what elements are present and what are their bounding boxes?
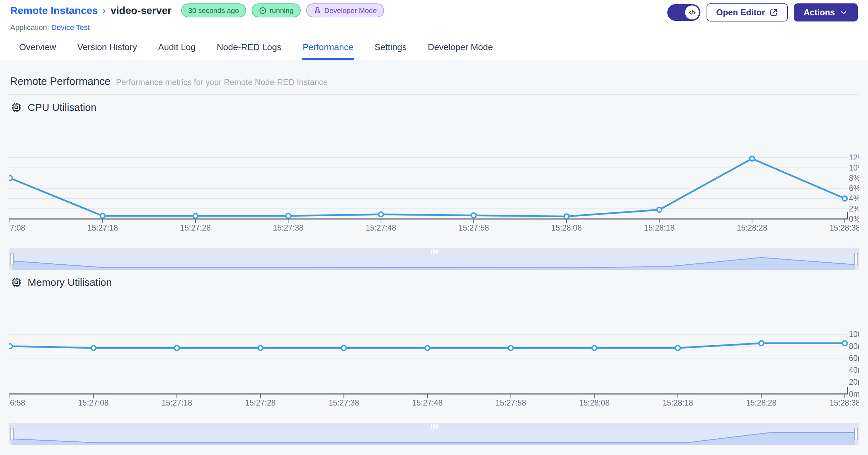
last-seen-label: 30 seconds ago <box>188 6 239 15</box>
tab-bar: Overview Version History Audit Log Node-… <box>18 42 494 60</box>
page-subtitle: Performance metrics for your Remote Node… <box>116 77 328 87</box>
tab-node-red-logs[interactable]: Node-RED Logs <box>216 42 282 60</box>
svg-text:15:27:58: 15:27:58 <box>458 223 489 232</box>
page-header: Remote Instances › video-server 30 secon… <box>0 0 868 60</box>
svg-text:15:28:28: 15:28:28 <box>746 398 777 407</box>
svg-text:0%: 0% <box>849 215 859 223</box>
status-badges: 30 seconds ago running Developer Mode <box>181 3 384 17</box>
chevron-down-icon <box>839 8 848 17</box>
svg-text:15:28:38: 15:28:38 <box>829 223 859 232</box>
svg-text:15:28:18: 15:28:18 <box>644 223 675 232</box>
application-label: Application: <box>10 23 49 32</box>
section-title: Memory Utilisation <box>28 277 112 288</box>
svg-text:4%: 4% <box>849 194 859 203</box>
svg-text:15:28:18: 15:28:18 <box>663 398 693 407</box>
application-link[interactable]: Device Test <box>51 23 90 32</box>
section-title: CPU Utilisation <box>28 102 97 113</box>
main-content: Remote Performance Performance metrics f… <box>0 60 868 455</box>
section-memory-header: Memory Utilisation <box>9 270 859 293</box>
svg-text:15:28:38: 15:28:38 <box>829 398 859 407</box>
brush-left-handle[interactable] <box>10 253 14 265</box>
cpu-chip-icon <box>10 276 23 289</box>
svg-text:15:27:48: 15:27:48 <box>412 398 443 407</box>
svg-text:15:27:28: 15:27:28 <box>180 223 211 232</box>
brush-grip-icon[interactable] <box>431 249 438 254</box>
tab-version-history[interactable]: Version History <box>76 42 138 60</box>
svg-text:15:27:08: 15:27:08 <box>78 398 109 407</box>
toggle-knob <box>685 5 699 19</box>
breadcrumb-link[interactable]: Remote Instances <box>10 5 98 16</box>
svg-text:0mb: 0mb <box>849 390 859 398</box>
instance-name: video-server <box>111 5 171 16</box>
svg-text:15:28:28: 15:28:28 <box>737 223 767 232</box>
actions-label: Actions <box>803 8 835 17</box>
play-circle-icon <box>259 6 267 15</box>
section-cpu-header: CPU Utilisation <box>9 95 859 118</box>
svg-text:7:08: 7:08 <box>10 223 25 232</box>
open-editor-button[interactable]: Open Editor <box>707 3 788 21</box>
svg-text:15:28:08: 15:28:08 <box>579 398 610 407</box>
code-icon <box>687 8 697 17</box>
application-row: Application: Device Test <box>10 23 90 32</box>
svg-text:40mb: 40mb <box>849 366 859 375</box>
external-link-icon <box>769 8 778 17</box>
svg-text:15:28:08: 15:28:08 <box>551 223 582 232</box>
page-title: Remote Performance <box>10 75 111 88</box>
breadcrumb-separator: › <box>103 5 106 16</box>
tab-settings[interactable]: Settings <box>374 42 407 60</box>
header-actions: Open Editor Actions <box>667 3 858 21</box>
svg-text:15:27:18: 15:27:18 <box>87 223 118 232</box>
memory-utilisation-chart: 0mb20mb40mb60mb80mb100mb6:5815:27:0815:2… <box>9 293 859 409</box>
tab-audit-log[interactable]: Audit Log <box>157 42 196 60</box>
status-badge: running <box>252 3 301 17</box>
breadcrumb: Remote Instances › video-server 30 secon… <box>10 3 384 17</box>
flask-icon <box>313 6 322 15</box>
memory-brush-minichart <box>9 430 859 445</box>
cpu-brush-minichart <box>9 255 859 270</box>
brush-right-handle[interactable] <box>854 253 858 265</box>
cpu-chip-icon <box>10 101 23 114</box>
svg-text:15:27:18: 15:27:18 <box>161 398 192 407</box>
svg-text:15:27:48: 15:27:48 <box>366 223 396 232</box>
developer-mode-label: Developer Mode <box>324 6 377 15</box>
svg-text:12%: 12% <box>849 153 859 162</box>
svg-text:20mb: 20mb <box>849 378 859 386</box>
svg-text:2%: 2% <box>849 204 859 213</box>
cpu-utilisation-chart: 0%2%4%6%8%10%12%7:0815:27:1815:27:2815:2… <box>9 118 859 234</box>
memory-chart-range-brush[interactable] <box>9 423 859 445</box>
svg-text:15:27:58: 15:27:58 <box>496 398 526 407</box>
brush-left-handle[interactable] <box>10 428 14 440</box>
tab-performance[interactable]: Performance <box>302 42 354 60</box>
actions-button[interactable]: Actions <box>794 3 858 21</box>
brush-grip-icon[interactable] <box>431 424 438 429</box>
tab-developer-mode[interactable]: Developer Mode <box>427 42 494 60</box>
cpu-chart-range-brush[interactable] <box>9 248 859 270</box>
svg-text:15:27:38: 15:27:38 <box>273 223 304 232</box>
status-label: running <box>270 6 294 15</box>
last-seen-badge: 30 seconds ago <box>181 3 246 17</box>
svg-text:6:58: 6:58 <box>10 398 25 407</box>
svg-text:15:27:28: 15:27:28 <box>245 398 276 407</box>
page-head: Remote Performance Performance metrics f… <box>9 60 859 95</box>
open-editor-label: Open Editor <box>716 8 765 17</box>
svg-text:8%: 8% <box>849 174 859 182</box>
svg-text:60mb: 60mb <box>849 354 859 363</box>
svg-text:15:27:38: 15:27:38 <box>329 398 359 407</box>
developer-mode-toggle[interactable] <box>667 4 700 21</box>
svg-text:100mb: 100mb <box>849 330 859 339</box>
svg-text:6%: 6% <box>849 184 859 193</box>
developer-mode-badge: Developer Mode <box>306 3 384 17</box>
tab-overview[interactable]: Overview <box>18 42 57 60</box>
brush-right-handle[interactable] <box>854 428 858 440</box>
svg-text:10%: 10% <box>849 163 859 172</box>
svg-text:80mb: 80mb <box>849 342 859 351</box>
